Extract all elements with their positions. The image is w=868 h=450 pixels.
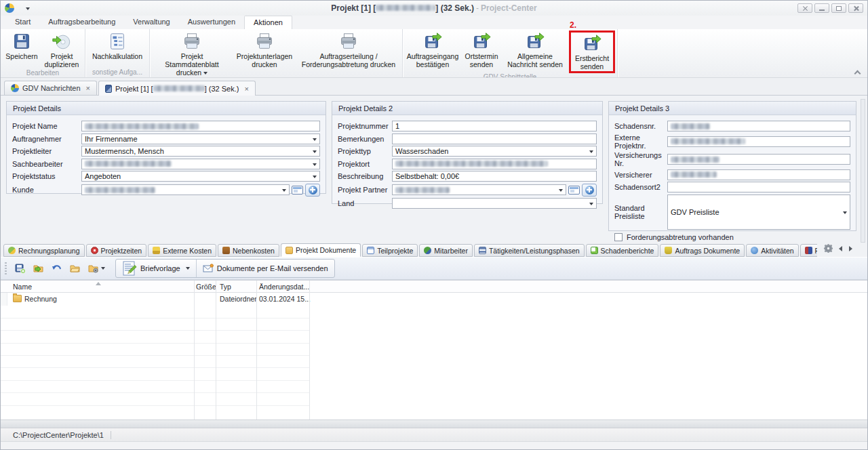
tab-aktivitaeten[interactable]: Aktivitäten (746, 244, 798, 257)
field-label: Projektstatus (12, 172, 81, 180)
tab-label: Schadenberichte (601, 247, 654, 255)
email-documents-button[interactable]: Dokumente per E-Mail versenden (196, 260, 334, 277)
speichern-button[interactable]: Speichern (3, 30, 41, 61)
nachkalkulation-button[interactable]: Nachkalkulation (87, 30, 147, 61)
close-tab-icon[interactable]: × (86, 84, 90, 92)
import-document-button[interactable] (31, 261, 46, 276)
tab-projekt[interactable]: Projekt [1] [] (32 Sek.) × (98, 81, 256, 96)
folder-options-button[interactable] (86, 261, 106, 276)
add-partner-button[interactable] (582, 184, 597, 197)
ribbon-tab-auswertungen[interactable]: Auswertungen (179, 16, 244, 29)
stammdatenblatt-drucken-button[interactable]: Projekt Stammdatenblatt drucken (152, 30, 232, 77)
dropdown-arrow-icon[interactable] (313, 138, 317, 141)
tab-label: Projekt Dokumente (296, 246, 356, 254)
tab-auftrags-dokumente[interactable]: Auftrags Dokumente (660, 244, 745, 257)
highlight-annotation-wrapper: 2. Erstbericht senden (569, 30, 615, 73)
column-divider[interactable] (309, 281, 310, 420)
projektnummer-input[interactable]: 1 (392, 121, 597, 131)
auftragseingang-bestaetigen-button[interactable]: Auftragseingang bestätigen (405, 30, 460, 69)
restore-button[interactable] (831, 3, 846, 13)
tab-projekt-kontakte[interactable]: Projekt Kontakte (800, 244, 817, 257)
horizontal-scrollbar[interactable] (1, 420, 867, 428)
undo-button[interactable] (50, 261, 64, 276)
scroll-tabs-right-button[interactable] (849, 246, 852, 251)
column-divider[interactable] (256, 281, 257, 420)
dropdown-arrow-icon[interactable] (313, 150, 317, 153)
projekt-name-input[interactable] (81, 121, 320, 131)
save-document-button[interactable] (13, 261, 28, 276)
add-kunde-button[interactable] (305, 184, 320, 197)
group-caption: GDV Schnittstelle (405, 73, 615, 77)
theme-button[interactable] (797, 3, 812, 13)
column-header-name[interactable]: Name (13, 283, 32, 291)
contact-card-icon[interactable] (568, 186, 580, 195)
auftragserteilung-drucken-button[interactable]: Auftragserteilung / Forderungsabtretung … (297, 30, 400, 69)
bemerkungen-input[interactable] (392, 134, 597, 144)
standard-preisliste-combo[interactable]: GDV Preisliste (667, 195, 850, 230)
dropdown-arrow-icon[interactable] (589, 203, 593, 205)
dropdown-arrow-icon[interactable] (313, 176, 317, 178)
projekt-partner-combo[interactable] (392, 184, 566, 195)
projektort-input[interactable] (392, 159, 597, 169)
ortstermin-senden-button[interactable]: Ortstermin senden (460, 30, 502, 69)
allgemeine-nachricht-senden-button[interactable]: Allgemeine Nachricht senden (502, 30, 568, 69)
sachbearbeiter-combo[interactable] (81, 159, 320, 169)
tab-gdv-nachrichten[interactable]: GDV Nachrichten × (4, 81, 97, 95)
tab-teilprojekte[interactable]: Teilprojekte (362, 244, 418, 257)
close-tab-icon[interactable]: × (244, 85, 248, 93)
collapse-ribbon-button[interactable] (855, 69, 861, 75)
vertical-scrollbar[interactable] (861, 99, 865, 243)
forderungsabtretung-checkbox[interactable] (614, 233, 623, 241)
dropdown-arrow-icon[interactable] (589, 150, 593, 153)
toolbar-grip[interactable] (5, 262, 7, 274)
tab-mitarbeiter[interactable]: Mitarbeiter (419, 244, 473, 257)
dropdown-arrow-icon[interactable] (843, 211, 847, 214)
tab-taetigkeiten[interactable]: Tätigkeiten/Leistungsphasen (474, 244, 585, 257)
column-header-typ[interactable]: Typ (220, 283, 231, 291)
column-divider[interactable] (216, 281, 216, 420)
ribbon-tab-aktionen[interactable]: Aktionen (244, 16, 292, 29)
schadensort2-input[interactable] (667, 182, 850, 192)
gear-icon[interactable] (825, 245, 832, 252)
table-row[interactable]: Rechnung Dateiordner 03.01.2024 15... (1, 293, 867, 305)
minimize-button[interactable] (814, 3, 829, 13)
quick-access-dropdown[interactable] (24, 2, 30, 14)
versicherungs-nr-input[interactable] (667, 154, 850, 165)
projektunterlagen-drucken-button[interactable]: Projektunterlagen drucken (232, 30, 297, 69)
dropdown-arrow-icon[interactable] (282, 189, 286, 192)
tab-projekt-dokumente[interactable]: Projekt Dokumente (281, 243, 361, 257)
ribbon-tab-start[interactable]: Start (6, 16, 39, 29)
schadensnr-input[interactable] (667, 121, 850, 131)
tab-nebenkosten[interactable]: Nebenkosten (218, 244, 279, 257)
auftragnehmer-combo[interactable]: Ihr Firmenname (81, 134, 320, 144)
beschreibung-input[interactable]: Selbstbehalt: 0,00€ (392, 171, 597, 182)
tab-schadenberichte[interactable]: Schadenberichte (586, 244, 659, 257)
contact-card-icon[interactable] (292, 186, 303, 195)
scroll-tabs-left-button[interactable] (839, 246, 842, 251)
erstbericht-senden-button[interactable]: Erstbericht senden (572, 33, 612, 71)
printer-icon (254, 31, 275, 52)
dropdown-arrow-icon[interactable] (559, 189, 563, 192)
external-costs-icon (153, 247, 160, 254)
lower-tab-strip: Rechnungsplanung Projektzeiten Externe K… (1, 243, 817, 257)
land-combo[interactable] (392, 198, 597, 209)
close-button[interactable] (848, 3, 863, 13)
tab-rechnungsplanung[interactable]: Rechnungsplanung (3, 244, 85, 257)
ribbon-tab-auftragsbearbeitung[interactable]: Auftragsbearbeitung (39, 16, 124, 29)
column-header-aenderungsdatum[interactable]: Änderungsdat... (259, 283, 309, 291)
tab-externe-kosten[interactable]: Externe Kosten (148, 244, 216, 257)
briefvorlage-button[interactable]: Briefvorlage (116, 260, 196, 277)
externe-projektnr-input[interactable] (667, 136, 850, 147)
projekt-duplizieren-button[interactable]: Projekt duplizieren (41, 30, 83, 69)
column-header-groesse[interactable]: Größe (196, 283, 216, 291)
ribbon-tab-verwaltung[interactable]: Verwaltung (124, 16, 178, 29)
open-folder-button[interactable] (68, 261, 83, 276)
dropdown-arrow-icon[interactable] (313, 163, 317, 166)
versicherer-input[interactable] (667, 169, 850, 180)
kunde-combo[interactable] (81, 184, 290, 195)
tab-projektzeiten[interactable]: Projektzeiten (86, 244, 147, 257)
projektleiter-combo[interactable]: Mustermensch, Mensch (81, 146, 320, 157)
projekttyp-combo[interactable]: Wasserschaden (392, 146, 597, 157)
column-divider[interactable] (194, 281, 195, 420)
projektstatus-combo[interactable]: Angeboten (81, 171, 320, 182)
